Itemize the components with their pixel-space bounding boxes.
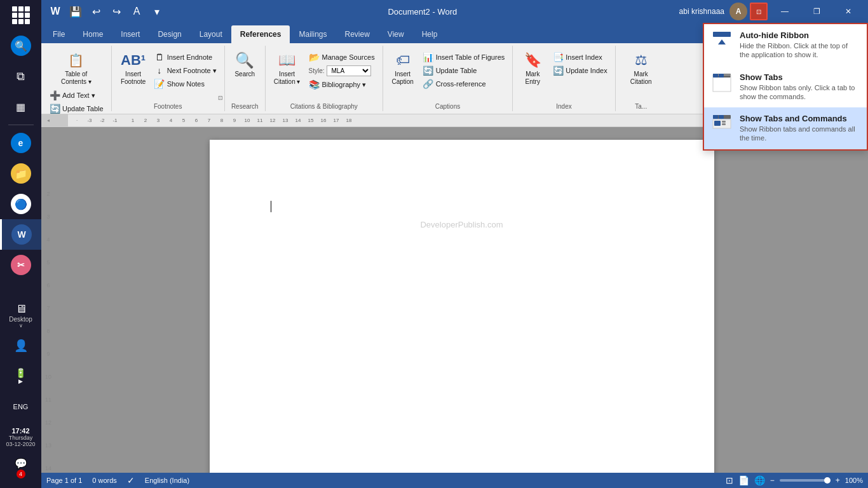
svg-rect-8 (713, 115, 718, 119)
group-captions-label: Captions (388, 103, 508, 111)
taskbar-battery[interactable]: 🔋 ▶ (0, 361, 41, 391)
insert-footnote-button[interactable]: AB¹ InsertFootnote (117, 48, 150, 88)
table-of-contents-button[interactable]: 📋 Table ofContents ▾ (58, 48, 95, 88)
document-area[interactable]: 2 3 4 5 6 7 8 9 10 11 12 13 14 Developer… (41, 127, 868, 473)
status-right: ⊡ 📄 🌐 − + 100% (726, 475, 863, 485)
maximize-button[interactable]: ❐ (802, 0, 831, 23)
taskbar-widgets[interactable]: ▦ (0, 92, 41, 122)
group-footnotes: AB¹ InsertFootnote 🗒 Insert Endnote ↓ Ne… (112, 46, 225, 111)
group-research-label: Research (230, 103, 260, 111)
watermark: DeveloperPublish.com (271, 220, 653, 229)
next-footnote-button[interactable]: ↓ Next Footnote ▾ (151, 64, 219, 77)
mark-citation-button[interactable]: ⚖ MarkCitation (627, 48, 656, 88)
show-tabs-option[interactable]: Show Tabs Show Ribbon tabs only. Click a… (704, 66, 867, 108)
username: abi krishnaaa (679, 7, 724, 16)
bibliography-button[interactable]: 📚 Bibliography ▾ (306, 78, 377, 91)
show-tabs-commands-title: Show Tabs and Commands (740, 114, 859, 123)
ribbon-options-button[interactable]: ⊡ (750, 3, 768, 20)
proofread-icon[interactable]: ✓ (127, 475, 135, 485)
mark-entry-button[interactable]: 🔖 MarkEntry (518, 48, 547, 88)
insert-endnote-button[interactable]: 🗒 Insert Endnote (151, 51, 219, 64)
footnotes-expand[interactable]: ⊡ (218, 95, 223, 101)
tab-review[interactable]: Review (336, 25, 379, 43)
tab-file[interactable]: File (44, 25, 74, 43)
insert-citation-button[interactable]: 📖 InsertCitation ▾ (271, 48, 304, 88)
svg-rect-11 (722, 121, 726, 123)
plus-zoom[interactable]: + (836, 476, 840, 485)
tab-insert[interactable]: Insert (112, 25, 149, 43)
focus-mode-btn[interactable]: ⊡ (726, 475, 733, 485)
save-button[interactable]: 💾 (67, 3, 85, 20)
manage-sources-button[interactable]: 📂 Manage Sources (306, 51, 377, 64)
page-info[interactable]: Page 1 of 1 (46, 477, 82, 484)
web-layout-btn[interactable]: 🌐 (754, 475, 765, 485)
svg-rect-4 (713, 74, 718, 78)
zoom-slider[interactable] (780, 479, 831, 482)
taskbar-chrome[interactable]: 🔵 (0, 189, 41, 219)
auto-hide-ribbon-option[interactable]: Auto-hide Ribbon Hide the Ribbon. Click … (704, 24, 867, 66)
taskbar-files[interactable]: 📁 (0, 158, 41, 189)
print-layout-btn[interactable]: 📄 (738, 475, 749, 485)
update-table-toc-button[interactable]: 🔄 Update Table (46, 102, 106, 114)
show-notes-button[interactable]: 📝 Show Notes (151, 78, 219, 90)
taskbar-people[interactable]: 👤 (0, 330, 41, 361)
bibliography-icon: 📚 (308, 79, 320, 90)
add-text-button[interactable]: ➕ Add Text ▾ (46, 89, 106, 102)
text-cursor (271, 201, 271, 212)
taskbar-word[interactable]: W (0, 219, 41, 250)
mark-entry-icon: 🔖 (522, 50, 543, 71)
undo-button[interactable]: ↩ (87, 3, 105, 20)
insert-caption-button[interactable]: 🏷 InsertCaption (388, 48, 417, 88)
taskbar-clock[interactable]: 17:42 Thursday 03-12-2020 (0, 422, 41, 452)
group-toa: ⚖ MarkCitation Ta... (616, 46, 667, 111)
tab-references[interactable]: References (231, 25, 290, 43)
title-bar: W 💾 ↩ ↪ A ▾ Document2 - Word abi krishna… (41, 0, 868, 23)
show-tabs-commands-option[interactable]: Show Tabs and Commands Show Ribbon tabs … (704, 107, 867, 149)
tab-mailings[interactable]: Mailings (290, 25, 336, 43)
vertical-ruler: 2 3 4 5 6 7 8 9 10 11 12 13 14 (41, 127, 55, 473)
title-bar-left: W 💾 ↩ ↪ A ▾ (46, 3, 166, 20)
language[interactable]: English (India) (145, 477, 189, 484)
taskbar-search[interactable]: 🔍 (0, 30, 41, 61)
zoom-level[interactable]: 100% (845, 477, 863, 484)
start-button[interactable] (0, 0, 41, 30)
taskbar-edge[interactable]: e (0, 128, 41, 158)
tab-home[interactable]: Home (74, 25, 112, 43)
document-page[interactable]: DeveloperPublish.com (210, 140, 714, 473)
taskbar-language[interactable]: ENG (0, 391, 41, 422)
show-tabs-commands-icon (712, 114, 732, 134)
update-index-button[interactable]: 🔄 Update Index (550, 64, 609, 77)
tab-layout[interactable]: Layout (191, 25, 231, 43)
taskbar-notifications[interactable]: 💬 4 (0, 452, 41, 483)
cross-reference-button[interactable]: 🔗 Cross-reference (420, 78, 508, 90)
toc-icon: 📋 (66, 50, 86, 71)
update-table-captions-button[interactable]: 🔄 Update Table (420, 64, 508, 77)
minimize-button[interactable]: — (770, 0, 799, 23)
taskbar-taskview[interactable]: ⧉ (0, 61, 41, 92)
svg-rect-12 (722, 123, 726, 125)
taskbar-desktop[interactable]: 🖥 Desktop ∨ (0, 300, 41, 330)
insert-index-button[interactable]: 📑 Insert Index (550, 51, 609, 64)
search-button[interactable]: 🔍 Search (230, 48, 259, 80)
customize-qat[interactable]: ▾ (148, 3, 166, 20)
user-avatar[interactable]: A (729, 3, 747, 20)
taskbar-app8[interactable]: ✂ (0, 250, 41, 280)
tab-design[interactable]: Design (149, 25, 190, 43)
word-count[interactable]: 0 words (92, 477, 117, 484)
group-toa-label: Ta... (621, 103, 661, 111)
group-research: 🔍 Search Research (225, 46, 266, 111)
show-tabs-desc: Show Ribbon tabs only. Click a tab to sh… (740, 83, 859, 102)
search-icon: 🔍 (234, 50, 255, 71)
next-fn-icon: ↓ (154, 65, 165, 76)
insert-table-figures-button[interactable]: 📊 Insert Table of Figures (420, 51, 508, 64)
group-citations-label: Citations & Bibliography (271, 103, 377, 111)
document-page-area: DeveloperPublish.com (55, 127, 868, 473)
close-button[interactable]: ✕ (834, 0, 863, 23)
tab-view[interactable]: View (379, 25, 413, 43)
redo-button[interactable]: ↪ (107, 3, 125, 20)
tab-help[interactable]: Help (413, 25, 447, 43)
style-select[interactable]: MLA APA Chicago (327, 65, 371, 76)
insert-index-icon: 📑 (552, 52, 564, 62)
minus-zoom[interactable]: − (770, 476, 775, 485)
format-button[interactable]: A (128, 3, 146, 20)
